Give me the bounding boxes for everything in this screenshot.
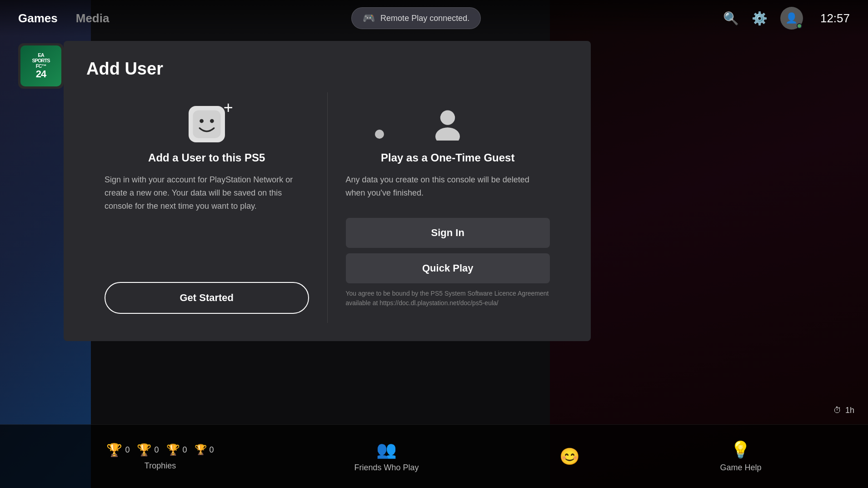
platinum-trophy: 🏆 0 xyxy=(106,443,130,458)
add-user-heading: Add a User to this PS5 xyxy=(148,151,265,164)
search-icon[interactable]: 🔍 xyxy=(723,11,739,26)
user-section[interactable]: 😊 xyxy=(559,447,580,466)
game-help-icon: 💡 xyxy=(730,440,751,459)
main-nav: Games Media xyxy=(18,11,109,25)
gold-icon: 🏆 xyxy=(137,443,151,457)
nav-games[interactable]: Games xyxy=(18,11,58,25)
fc24-icon: EASPORTSFC™24 xyxy=(20,45,61,86)
panel-guest: Play as a One-Time Guest Any data you cr… xyxy=(328,92,569,323)
friends-section[interactable]: 👥 Friends Who Play xyxy=(354,440,419,473)
silver-icon: 🏆 xyxy=(166,443,180,456)
guest-description: Any data you create on this console will… xyxy=(346,173,550,200)
bronze-count: 0 xyxy=(210,445,214,455)
header-center: 🎮 Remote Play connected. xyxy=(109,7,723,29)
online-indicator xyxy=(797,23,802,29)
guest-heading: Play as a One-Time Guest xyxy=(381,151,514,164)
platinum-icon: 🏆 xyxy=(106,443,122,458)
panel-add-user: + Add a User to this PS5 Sign in with yo… xyxy=(86,92,328,323)
bg-right-art xyxy=(550,0,868,488)
silver-count: 0 xyxy=(183,445,187,455)
add-user-description: Sign in with your account for PlayStatio… xyxy=(105,173,309,212)
guest-icon xyxy=(429,106,466,142)
remote-play-badge: 🎮 Remote Play connected. xyxy=(351,7,481,29)
trophy-row: 🏆 0 🏆 0 🏆 0 🏆 0 xyxy=(106,443,214,458)
remote-play-label: Remote Play connected. xyxy=(380,14,469,23)
gold-trophy: 🏆 0 xyxy=(137,443,159,457)
avatar[interactable]: 👤 xyxy=(780,7,803,30)
time-value: 1h xyxy=(845,406,854,415)
svg-rect-0 xyxy=(193,110,220,138)
header-right: 🔍 ⚙️ 👤 12:57 xyxy=(723,7,850,30)
friends-icon: 👥 xyxy=(376,440,397,459)
plus-icon: + xyxy=(224,100,233,116)
legal-text: You agree to be bound by the PS5 System … xyxy=(346,289,550,308)
trophies-section[interactable]: 🏆 0 🏆 0 🏆 0 🏆 0 Trophies xyxy=(106,443,214,471)
sign-in-button[interactable]: Sign In xyxy=(346,218,550,248)
bronze-trophy: 🏆 0 xyxy=(195,444,214,456)
clock: 12:57 xyxy=(820,11,850,25)
settings-icon[interactable]: ⚙️ xyxy=(752,11,768,26)
get-started-button[interactable]: Get Started xyxy=(105,282,309,314)
nav-media[interactable]: Media xyxy=(76,11,110,25)
time-remaining: ⏱ 1h xyxy=(833,406,854,415)
svg-point-4 xyxy=(435,127,460,141)
add-user-modal: Add User + Add a User to t xyxy=(64,41,591,341)
bottom-bar: 🏆 0 🏆 0 🏆 0 🏆 0 Trophies 👥 Friends Who P… xyxy=(0,424,868,488)
svg-point-3 xyxy=(440,110,455,125)
game-thumbnail[interactable]: EASPORTSFC™24 xyxy=(18,43,64,89)
face-icon xyxy=(189,106,225,142)
modal-title: Add User xyxy=(86,59,568,79)
game-help-label: Game Help xyxy=(720,463,761,473)
platinum-count: 0 xyxy=(125,445,130,455)
game-help-section[interactable]: 💡 Game Help xyxy=(720,440,761,473)
gold-count: 0 xyxy=(154,445,159,455)
add-user-icon-wrapper: + xyxy=(189,106,225,142)
header: Games Media 🎮 Remote Play connected. 🔍 ⚙… xyxy=(0,0,868,36)
quick-play-button[interactable]: Quick Play xyxy=(346,253,550,283)
time-icon: ⏱ xyxy=(833,406,842,415)
modal-content: + Add a User to this PS5 Sign in with yo… xyxy=(86,92,568,323)
friends-label: Friends Who Play xyxy=(354,463,419,473)
user-icon: 😊 xyxy=(559,447,580,466)
bronze-icon: 🏆 xyxy=(195,444,207,456)
silver-trophy: 🏆 0 xyxy=(166,443,187,456)
trophies-label: Trophies xyxy=(145,461,176,471)
svg-point-1 xyxy=(200,119,204,123)
remote-play-icon: 🎮 xyxy=(363,12,375,24)
svg-point-2 xyxy=(210,119,214,123)
